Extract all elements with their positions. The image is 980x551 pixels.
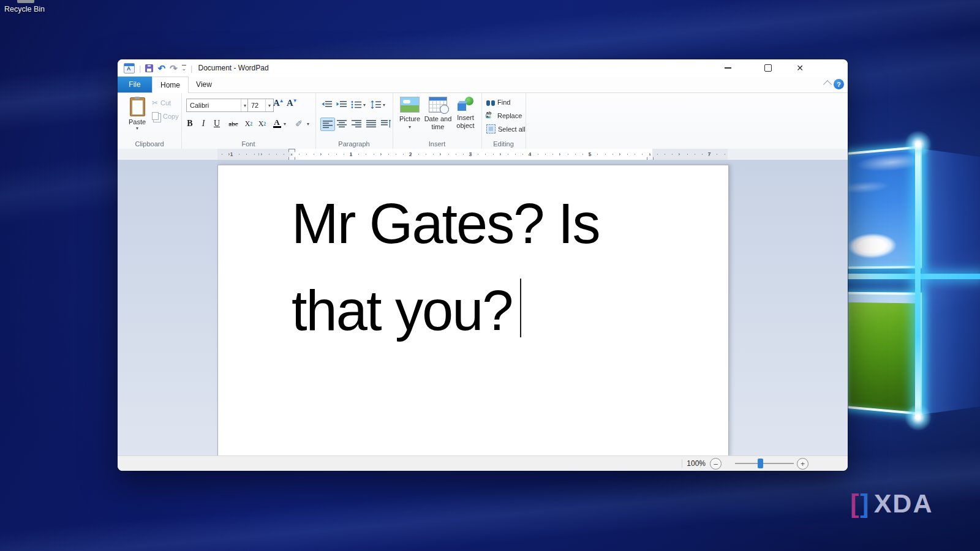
minimize-button[interactable]	[714, 59, 741, 77]
align-right-button[interactable]	[350, 118, 363, 130]
copy-icon	[152, 112, 159, 120]
wordpad-app-icon[interactable]	[124, 63, 135, 73]
font-size-select[interactable]: 72 ▾	[247, 99, 274, 112]
maximize-button[interactable]	[755, 59, 782, 77]
bullet-list-button[interactable]	[350, 99, 363, 111]
insert-object-label-2: object	[456, 122, 474, 130]
align-center-button[interactable]	[335, 118, 349, 130]
highlight-button[interactable]: ✐	[293, 118, 305, 130]
ruler-number: 4	[527, 151, 532, 157]
zoom-in-button[interactable]: +	[797, 458, 809, 470]
tab-file[interactable]: File	[118, 77, 152, 92]
tab-home[interactable]: Home	[152, 77, 189, 93]
wallpaper-sky-pane	[846, 146, 922, 269]
chevron-down-icon: ▾	[136, 126, 138, 131]
strikethrough-button[interactable]: abc	[225, 118, 241, 130]
subscript-x: X	[245, 119, 251, 129]
grow-font-button[interactable]: A▲	[273, 98, 284, 108]
status-separator	[682, 459, 682, 468]
save-icon[interactable]	[145, 64, 153, 72]
recycle-bin-label[interactable]: Recycle Bin	[4, 5, 45, 13]
wallpaper-vertical-glow	[915, 143, 921, 419]
cut-label: Cut	[160, 99, 171, 107]
superscript-2: 2	[263, 121, 266, 127]
find-label: Find	[497, 99, 510, 106]
zoom-out-button[interactable]: –	[710, 458, 722, 470]
arrow-down-icon: ▼	[293, 98, 298, 103]
subscript-button[interactable]: X2	[243, 118, 255, 130]
scissors-icon: ✂	[152, 99, 158, 107]
chevron-down-icon[interactable]: ▾	[265, 99, 273, 111]
increase-indent-button[interactable]	[335, 99, 349, 111]
underline-button[interactable]: U	[211, 118, 223, 130]
font-group: Calibri ▾ 72 ▾ A▲ A▼ B I U abc X2 X2 A ▾…	[181, 93, 316, 149]
chevron-down-icon[interactable]: ▾	[284, 121, 286, 127]
replace-button[interactable]: abac Replace	[486, 111, 522, 119]
clipboard-group-label: Clipboard	[118, 140, 181, 148]
title-bar[interactable]: | ↶ ↷ ⌄ | Document - WordPad ✕	[118, 59, 848, 77]
close-button[interactable]: ✕	[786, 59, 813, 77]
document-text[interactable]: Mr Gates? Is that you?	[218, 165, 728, 354]
shrink-font-button[interactable]: A▼	[287, 98, 298, 108]
document-line-2-text: that you?	[292, 279, 513, 342]
font-color-button[interactable]: A	[271, 118, 283, 130]
paragraph-marks-button[interactable]	[379, 118, 393, 130]
font-size-value: 72	[251, 102, 258, 109]
replace-label: Replace	[497, 112, 522, 119]
wallpaper-grass-pane	[846, 292, 922, 415]
tab-view[interactable]: View	[187, 77, 221, 92]
bullet-list-icon	[351, 100, 362, 109]
insert-group: Picture ▾ Date and time Insert object In…	[393, 93, 482, 149]
copy-button[interactable]: Copy	[152, 112, 179, 120]
wordpad-window: | ↶ ↷ ⌄ | Document - WordPad ✕ File Home…	[118, 59, 848, 471]
editing-group: Find abac Replace Select all Editing	[481, 93, 526, 149]
chevron-down-icon: ▾	[409, 123, 411, 131]
cut-button[interactable]: ✂ Cut	[152, 99, 171, 107]
zoom-slider-handle[interactable]	[758, 459, 763, 468]
align-left-button[interactable]	[320, 118, 335, 131]
copy-label: Copy	[163, 113, 179, 120]
increase-indent-icon	[336, 100, 347, 109]
superscript-button[interactable]: X2	[256, 118, 268, 130]
date-and-time-button[interactable]: Date and time	[423, 97, 453, 131]
undo-icon[interactable]: ↶	[157, 64, 165, 73]
insert-object-button[interactable]: Insert object	[453, 97, 478, 130]
decrease-indent-button[interactable]	[320, 99, 334, 111]
chevron-down-icon[interactable]: ▾	[383, 102, 385, 108]
bold-button[interactable]: B	[184, 118, 196, 130]
help-button[interactable]: ?	[834, 79, 844, 89]
maximize-icon	[764, 64, 772, 72]
justify-button[interactable]	[364, 118, 378, 130]
italic-button[interactable]: I	[197, 118, 209, 130]
line-spacing-button[interactable]	[369, 99, 383, 111]
collapse-ribbon-icon[interactable]	[823, 80, 832, 89]
wallpaper-xp-window	[846, 146, 923, 415]
recycle-bin-icon[interactable]	[17, 0, 34, 3]
find-button[interactable]: Find	[486, 99, 510, 106]
font-color-swatch	[273, 126, 281, 128]
ruler-number: 3	[468, 151, 473, 157]
select-all-button[interactable]: Select all	[486, 124, 526, 133]
paragraph-marks-icon	[381, 119, 391, 128]
insert-picture-button[interactable]: Picture ▾	[396, 97, 423, 131]
watermark-right-bracket: ]	[860, 489, 870, 518]
insert-group-label: Insert	[393, 140, 481, 148]
font-family-value: Calibri	[190, 102, 209, 109]
zoom-slider-track[interactable]	[735, 463, 794, 464]
status-bar: 100% – +	[118, 455, 848, 471]
binoculars-icon	[486, 99, 495, 106]
redo-icon[interactable]: ↷	[170, 64, 178, 73]
paste-button[interactable]: Paste ▾	[123, 96, 152, 140]
wallpaper-horizontal-glow	[838, 274, 980, 279]
close-icon: ✕	[796, 64, 804, 72]
date-time-label-2: time	[432, 123, 445, 131]
ruler[interactable]: 1 1 2 3 4 5 7	[118, 149, 848, 160]
document-page[interactable]: Mr Gates? Is that you?	[217, 165, 729, 457]
chevron-down-icon[interactable]: ▾	[307, 121, 309, 127]
ribbon: Paste ▾ ✂ Cut Copy Clipboard Calibri ▾	[118, 93, 848, 150]
customize-quick-access-icon[interactable]: ⌄	[182, 65, 187, 71]
object-icon	[456, 97, 475, 111]
chevron-down-icon[interactable]: ▾	[363, 102, 366, 108]
font-family-select[interactable]: Calibri ▾	[186, 99, 249, 112]
calendar-clock-icon	[429, 97, 447, 113]
